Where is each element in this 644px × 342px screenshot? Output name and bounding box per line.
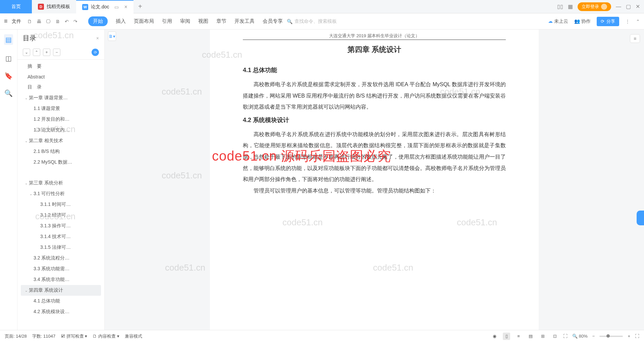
page-header: 大连交通大学 2019 届本科生毕业设计（论文） <box>243 33 506 40</box>
ribbon-tab[interactable]: 插入 <box>116 18 126 24</box>
spellcheck-button[interactable]: 🗹 拼写检查 ▾ <box>61 333 87 339</box>
remove-section-button[interactable]: − <box>53 49 60 56</box>
zoom-level[interactable]: 🔍 80% <box>572 334 588 339</box>
ribbon-tab[interactable]: 开发工具 <box>234 18 255 24</box>
more-icon[interactable]: ⋮ <box>625 19 630 24</box>
ribbon: ≡ 文件 🗋 🖶 🖵 🗎 ↶ ↷ 开始 插入 页面布局 引用 审阅 视图 章节 … <box>0 13 644 30</box>
new-tab-button[interactable]: + <box>133 3 147 10</box>
side-handle[interactable] <box>637 211 644 225</box>
toc-item[interactable]: ⌄ 第一章 课题背景… <box>21 93 101 103</box>
view-outline-icon[interactable]: ≡ <box>515 333 522 340</box>
zoom-slider[interactable] <box>599 336 623 337</box>
content-check-button[interactable]: 🗋 内容检查 ▾ <box>93 333 119 339</box>
command-search[interactable]: 🔍 查找命令、搜索模板 <box>287 18 337 24</box>
view-grid-icon[interactable]: ⊡ <box>551 333 558 340</box>
toc-item[interactable]: 3.1.1 时间可… <box>21 199 101 210</box>
view-read-icon[interactable]: ▤ <box>527 333 534 340</box>
toc-item[interactable]: 3.3 系统功能需… <box>21 264 101 274</box>
toc-item[interactable]: 目 录 <box>21 82 101 93</box>
toc-item[interactable]: ⌄ 第三章 系统分析 <box>21 178 101 188</box>
toc-item[interactable]: ⌄ 第四章 系统设计 <box>21 285 101 296</box>
ribbon-tab[interactable]: 引用 <box>162 18 172 24</box>
zoom-out-button[interactable]: − <box>592 334 595 339</box>
minimize-button[interactable]: — <box>616 4 621 10</box>
undo-icon[interactable]: ↶ <box>65 19 69 24</box>
quick-access: 🗋 🖶 🖵 🗎 ↶ ↷ <box>27 19 77 24</box>
hamburger-icon[interactable]: ≡ <box>4 18 8 25</box>
word-icon: W <box>82 4 88 10</box>
toc-item[interactable]: 3.1.5 法律可… <box>21 242 101 253</box>
panel-title: 目录 <box>23 34 36 43</box>
document-viewport[interactable]: 🗎▾ ≡ 大连交通大学 2019 届本科生毕业设计（论文） 第四章 系统设计 4… <box>105 30 644 330</box>
sync-icon[interactable]: ⟳ <box>92 49 99 56</box>
collapse-all-button[interactable]: ⌄ <box>23 49 30 56</box>
section-title: 4.2 系统模块设计 <box>243 116 506 124</box>
collab-button[interactable]: 👥 协作 <box>574 18 591 24</box>
panel-close-icon[interactable]: × <box>96 36 99 41</box>
bookmark-icon[interactable]: 🔖 <box>4 72 13 80</box>
tab-templates[interactable]: D 找稻壳模板 <box>32 0 76 13</box>
toc-item[interactable]: 2.2 MySQL 数据… <box>21 157 101 168</box>
watermark: code51.cn <box>162 87 202 97</box>
toc-item[interactable]: 1.3 论文研究内… <box>21 125 101 135</box>
apps-icon[interactable]: ▦ <box>568 3 573 10</box>
qa-icon[interactable]: 🖵 <box>46 19 51 24</box>
maximize-button[interactable]: ▢ <box>626 3 631 10</box>
toc-item[interactable]: 3.1.2 经济可… <box>21 210 101 221</box>
collapse-icon[interactable]: ⌃ <box>636 19 640 24</box>
qa-icon[interactable]: 🖶 <box>37 19 41 24</box>
toc-item[interactable]: 4.1 总体功能 <box>21 296 101 306</box>
toc-item[interactable]: 4.2 系统模块设… <box>21 306 101 317</box>
toc-item[interactable]: 1.2 开发目的和… <box>21 114 101 125</box>
qa-icon[interactable]: 🗎 <box>55 19 60 24</box>
layout-icon[interactable]: ▯▯ <box>557 3 563 10</box>
ribbon-tab[interactable]: 视图 <box>198 18 208 24</box>
fullscreen-icon[interactable]: ⛶ <box>635 334 639 339</box>
toc-item[interactable]: 3.1.3 操作可… <box>21 221 101 231</box>
tab-label: 论文.doc <box>91 4 109 10</box>
expand-all-button[interactable]: ⌃ <box>33 49 40 56</box>
paragraph: 高校教师电子名片系统是根据需求定制开发，开发软件选用 IDEA 平台配合 MyS… <box>243 79 506 113</box>
doc-mode-icon[interactable]: 🗎▾ <box>108 32 116 41</box>
zoom-in-button[interactable]: + <box>628 334 630 339</box>
ribbon-tab[interactable]: 开始 <box>88 16 108 26</box>
close-button[interactable]: ✕ <box>636 3 640 10</box>
tab-home[interactable]: 首页 <box>0 0 32 13</box>
toc-item[interactable]: ⌄ 3.1 可行性分析 <box>21 188 101 199</box>
toc-item[interactable]: 1.1 课题背景 <box>21 103 101 114</box>
redo-icon[interactable]: ↷ <box>73 19 77 24</box>
find-icon[interactable]: 🔍 <box>4 89 13 97</box>
login-label: 立即登录 <box>582 4 599 10</box>
toc-item[interactable]: 3.1.4 技术可… <box>21 231 101 242</box>
word-count[interactable]: 字数: 11047 <box>32 333 55 339</box>
right-panel-toggle[interactable]: ≡ <box>630 34 640 43</box>
file-menu[interactable]: 文件 <box>12 18 21 24</box>
toc-item[interactable]: 3.2 系统流程分… <box>21 253 101 264</box>
view-web-icon[interactable]: ⊞ <box>539 333 546 340</box>
tab-document[interactable]: W 论文.doc ▭ × <box>76 0 133 13</box>
ribbon-tab[interactable]: 审阅 <box>180 18 190 24</box>
title-bar: 首页 D 找稻壳模板 W 论文.doc ▭ × + ▯▯ ▦ 立即登录 — ▢ … <box>0 0 644 13</box>
toc-item[interactable]: Abstract <box>21 72 101 82</box>
toc-item[interactable]: ⌄ 第二章 相关技术 <box>21 135 101 146</box>
fit-icon[interactable]: ⛶ <box>563 334 568 339</box>
toc-item[interactable]: 3.4 系统非功能… <box>21 274 101 285</box>
login-button[interactable]: 立即登录 <box>578 2 611 11</box>
ribbon-tab[interactable]: 章节 <box>216 18 226 24</box>
ribbon-tab[interactable]: 会员专享 <box>263 18 283 24</box>
tab-close-icon[interactable]: × <box>124 4 127 10</box>
page-indicator[interactable]: 页面: 14/28 <box>5 333 27 339</box>
share-button[interactable]: ⟳ 分享 <box>597 17 619 26</box>
nav-icon[interactable]: ◫ <box>5 54 12 62</box>
add-section-button[interactable]: + <box>43 49 50 56</box>
eye-icon[interactable]: ◉ <box>491 333 498 340</box>
ribbon-tab[interactable]: 页面布局 <box>134 18 154 24</box>
cloud-status[interactable]: ☁ 未上云 <box>548 18 568 24</box>
outline-icon[interactable]: ▤ <box>4 34 13 45</box>
qa-icon[interactable]: 🗋 <box>27 19 32 24</box>
tab-popout-icon[interactable]: ▭ <box>114 4 119 10</box>
view-page-icon[interactable]: ▯ <box>503 333 510 340</box>
toc-item[interactable]: 摘 要 <box>21 61 101 72</box>
watermark: code51.cn <box>162 170 202 181</box>
toc-item[interactable]: 2.1 B/S 结构 <box>21 146 101 157</box>
